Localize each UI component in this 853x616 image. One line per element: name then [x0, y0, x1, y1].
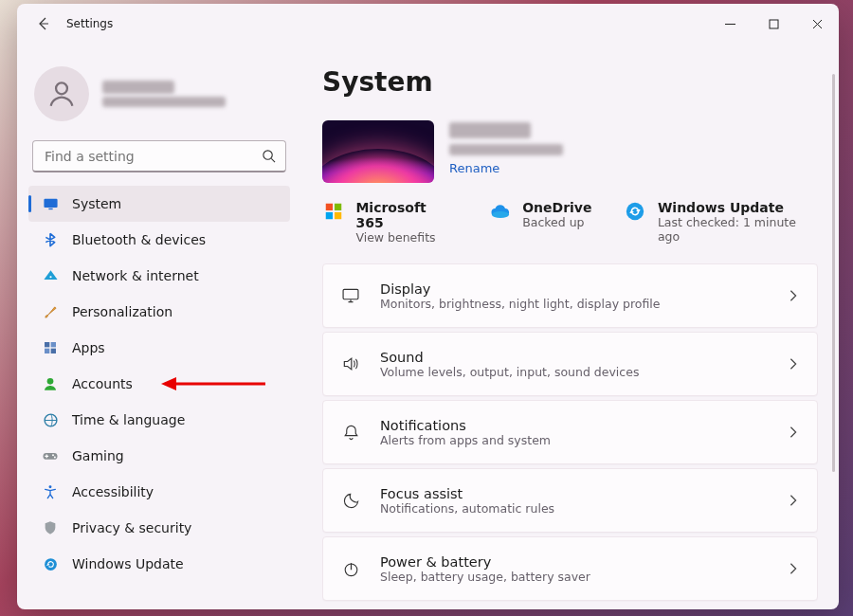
sidebar-item-time-language[interactable]: Time & language — [28, 402, 290, 438]
svg-rect-20 — [335, 204, 341, 210]
svg-rect-7 — [51, 342, 56, 347]
card-subtitle: Monitors, brightness, night light, displ… — [380, 297, 660, 311]
svg-point-17 — [49, 485, 52, 488]
svg-rect-6 — [45, 342, 49, 347]
scrollbar[interactable] — [832, 74, 835, 472]
status-title: Microsoft 365 — [355, 200, 456, 230]
svg-point-2 — [263, 151, 272, 159]
device-model — [449, 144, 563, 155]
status-windows-update[interactable]: Windows Update Last checked: 1 minute ag… — [624, 200, 818, 244]
card-title: Notifications — [380, 418, 551, 433]
status-title: OneDrive — [522, 200, 591, 215]
card-display[interactable]: Display Monitors, brightness, night ligh… — [322, 263, 818, 328]
svg-rect-22 — [335, 212, 341, 219]
nav-list: System Bluetooth & devices Network & int… — [28, 186, 290, 582]
svg-point-1 — [56, 82, 67, 94]
globe-clock-icon — [42, 411, 59, 428]
avatar — [34, 66, 89, 121]
maximize-button[interactable] — [752, 9, 795, 39]
status-subtitle: Backed up — [522, 215, 591, 229]
shield-icon — [42, 519, 59, 536]
sidebar-item-label: Personalization — [72, 304, 172, 319]
close-button[interactable] — [795, 9, 839, 39]
svg-rect-8 — [45, 349, 49, 353]
sidebar-item-gaming[interactable]: Gaming — [28, 438, 290, 474]
monitor-icon — [42, 195, 59, 212]
status-microsoft-365[interactable]: Microsoft 365 View benefits — [322, 200, 456, 245]
sidebar-item-label: Accessibility — [72, 484, 154, 499]
status-row: Microsoft 365 View benefits OneDrive Bac… — [322, 200, 818, 245]
status-onedrive[interactable]: OneDrive Backed up — [488, 200, 591, 229]
status-title: Windows Update — [658, 200, 818, 215]
sidebar-item-network-internet[interactable]: Network & internet — [28, 258, 290, 294]
sidebar-item-apps[interactable]: Apps — [28, 330, 290, 366]
window-title: Settings — [66, 17, 113, 30]
sidebar-item-privacy-security[interactable]: Privacy & security — [28, 510, 290, 546]
profile-name — [102, 81, 174, 94]
svg-rect-3 — [44, 198, 57, 207]
bluetooth-icon — [42, 231, 59, 248]
sidebar-item-label: Privacy & security — [72, 520, 191, 535]
apps-icon — [42, 339, 59, 356]
sidebar: System Bluetooth & devices Network & int… — [17, 44, 301, 609]
card-sound[interactable]: Sound Volume levels, output, input, soun… — [322, 332, 818, 396]
status-subtitle: View benefits — [355, 230, 456, 245]
update-icon — [42, 555, 59, 572]
svg-rect-9 — [51, 349, 56, 353]
search-box[interactable] — [32, 140, 286, 172]
profile[interactable] — [28, 61, 290, 136]
sidebar-item-label: Network & internet — [72, 268, 199, 283]
svg-point-15 — [52, 454, 54, 456]
device-thumbnail[interactable] — [322, 120, 434, 183]
svg-rect-0 — [770, 20, 778, 28]
card-title: Power & battery — [380, 554, 590, 570]
ms365-icon — [322, 200, 344, 223]
sidebar-item-label: Windows Update — [72, 556, 184, 571]
accessibility-icon — [42, 483, 59, 500]
settings-window: Settings System Bluetooth & d — [17, 4, 839, 609]
card-subtitle: Notifications, automatic rules — [380, 501, 554, 516]
search-icon — [262, 149, 276, 163]
device-name — [449, 122, 531, 138]
page-heading: System — [322, 66, 818, 98]
card-focus-assist[interactable]: Focus assist Notifications, automatic ru… — [322, 468, 818, 533]
arrow-left-icon — [36, 16, 51, 31]
sidebar-item-system[interactable]: System — [28, 186, 290, 222]
chevron-right-icon — [787, 289, 800, 302]
person-icon — [42, 375, 59, 392]
close-icon — [812, 19, 823, 29]
sidebar-item-label: Time & language — [72, 412, 185, 427]
sidebar-item-personalization[interactable]: Personalization — [28, 294, 290, 330]
card-power-battery[interactable]: Power & battery Sleep, battery usage, ba… — [322, 536, 818, 601]
back-button[interactable] — [25, 5, 63, 43]
search-input[interactable] — [43, 148, 262, 165]
rename-link[interactable]: Rename — [449, 161, 563, 175]
sidebar-item-accounts[interactable]: Accounts — [28, 366, 290, 402]
svg-rect-21 — [325, 212, 332, 219]
sidebar-item-accessibility[interactable]: Accessibility — [28, 474, 290, 510]
sound-icon — [340, 353, 361, 374]
sidebar-item-label: Gaming — [72, 448, 124, 463]
settings-cards: Display Monitors, brightness, night ligh… — [322, 263, 818, 601]
sidebar-item-bluetooth-devices[interactable]: Bluetooth & devices — [28, 222, 290, 258]
windows-update-icon — [624, 200, 645, 223]
minimize-button[interactable] — [708, 9, 752, 39]
titlebar: Settings — [17, 4, 839, 44]
card-title: Focus assist — [380, 486, 554, 501]
notifications-icon — [340, 422, 361, 443]
main-panel: System Rename Microsoft 365 View benefit… — [301, 44, 839, 609]
gamepad-icon — [42, 447, 59, 464]
profile-email — [102, 97, 226, 107]
svg-point-10 — [47, 378, 54, 385]
display-icon — [340, 285, 361, 306]
chevron-right-icon — [787, 426, 800, 439]
card-notifications[interactable]: Notifications Alerts from apps and syste… — [322, 400, 818, 464]
sidebar-item-label: Apps — [72, 340, 105, 355]
device-row: Rename — [322, 120, 818, 183]
sidebar-item-windows-update[interactable]: Windows Update — [28, 546, 290, 582]
chevron-right-icon — [787, 562, 800, 575]
focus-icon — [340, 490, 361, 511]
maximize-icon — [769, 19, 779, 29]
minimize-icon — [725, 19, 735, 29]
sidebar-item-label: Accounts — [72, 376, 133, 391]
